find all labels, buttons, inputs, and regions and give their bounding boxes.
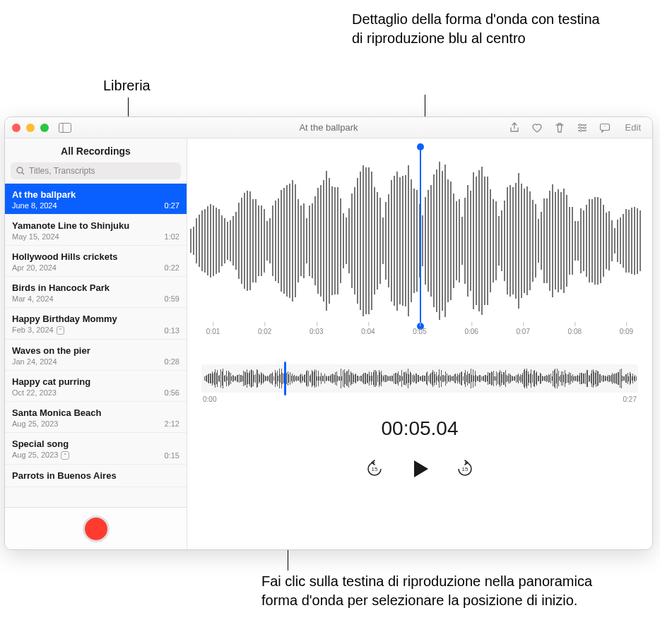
timeline-tick: 0:05 bbox=[413, 328, 426, 335]
search-placeholder: Titles, Transcripts bbox=[29, 166, 95, 176]
recording-item[interactable]: Birds in Hancock ParkMar 4, 20240:59 bbox=[5, 277, 187, 308]
sidebar-toggle-icon[interactable] bbox=[59, 123, 71, 133]
recording-meta: Jan 24, 20240:28 bbox=[12, 357, 179, 366]
playhead-overview[interactable] bbox=[284, 362, 286, 395]
sidebar-footer bbox=[5, 507, 187, 549]
settings-icon[interactable] bbox=[576, 121, 589, 134]
svg-line-8 bbox=[22, 172, 24, 174]
fullscreen-window-button[interactable] bbox=[40, 124, 49, 132]
svg-point-3 bbox=[583, 126, 585, 129]
search-icon bbox=[16, 167, 25, 175]
recording-title: At the ballpark bbox=[12, 189, 179, 200]
close-window-button[interactable] bbox=[12, 124, 20, 132]
svg-text:15: 15 bbox=[372, 466, 378, 472]
waveform-detail[interactable]: 0:010:020:030:040:050:060:070:080:09 bbox=[187, 138, 652, 350]
app-window: At the ballpark " Edit All Recordings Ti… bbox=[4, 117, 653, 550]
recording-title: Parrots in Buenos Aires bbox=[12, 470, 179, 481]
sidebar-header: All Recordings bbox=[5, 138, 187, 162]
recording-title: Happy cat purring bbox=[12, 376, 179, 387]
recording-title: Waves on the pier bbox=[12, 345, 179, 356]
svg-text:": " bbox=[604, 125, 606, 129]
timeline-ruler: 0:010:020:030:040:050:060:070:080:09 bbox=[187, 328, 652, 346]
recording-title: Happy Birthday Mommy bbox=[12, 314, 179, 324]
timeline-tick: 0:01 bbox=[206, 328, 220, 335]
transcript-icon[interactable]: " bbox=[599, 121, 611, 134]
svg-point-2 bbox=[579, 124, 581, 126]
callout-overview: Fai clic sulla testina di riproduzione n… bbox=[261, 572, 629, 610]
recording-item[interactable]: Yamanote Line to ShinjukuMay 15, 20241:0… bbox=[5, 215, 187, 246]
playhead-detail[interactable] bbox=[420, 147, 421, 326]
current-time: 00:05.04 bbox=[187, 417, 652, 440]
skip-forward-button[interactable]: 15 bbox=[456, 460, 474, 481]
svg-text:15: 15 bbox=[462, 466, 469, 472]
recording-title: Yamanote Line to Shinjuku bbox=[12, 220, 179, 231]
overview-start-time: 0:00 bbox=[203, 395, 216, 403]
share-icon[interactable] bbox=[508, 121, 521, 134]
recording-meta: June 8, 20240:27 bbox=[12, 201, 179, 210]
record-button[interactable] bbox=[83, 515, 110, 542]
recording-item[interactable]: Waves on the pierJan 24, 20240:28 bbox=[5, 340, 187, 371]
recordings-list: At the ballparkJune 8, 20240:27Yamanote … bbox=[5, 184, 187, 507]
recording-meta: Aug 25, 2023"0:15 bbox=[12, 451, 179, 460]
overview-end-time: 0:27 bbox=[623, 395, 637, 403]
trash-icon[interactable] bbox=[553, 121, 566, 134]
svg-rect-0 bbox=[59, 123, 71, 132]
svg-point-4 bbox=[579, 129, 582, 131]
skip-back-button[interactable]: 15 bbox=[365, 460, 384, 481]
play-button[interactable] bbox=[408, 457, 432, 484]
callout-library: Libreria bbox=[103, 76, 151, 95]
recording-title: Special song bbox=[12, 439, 179, 449]
recording-title: Birds in Hancock Park bbox=[12, 282, 179, 293]
recording-meta: Mar 4, 20240:59 bbox=[12, 294, 179, 303]
recording-meta: Feb 3, 2024"0:13 bbox=[12, 326, 179, 335]
recording-item[interactable]: Special songAug 25, 2023"0:15 bbox=[5, 433, 187, 465]
recording-title: Santa Monica Beach bbox=[12, 407, 179, 418]
timeline-tick: 0:07 bbox=[516, 328, 529, 335]
timeline-tick: 0:03 bbox=[310, 328, 323, 335]
titlebar: At the ballpark " Edit bbox=[5, 117, 652, 138]
window-controls bbox=[12, 124, 49, 132]
recording-item[interactable]: At the ballparkJune 8, 20240:27 bbox=[5, 184, 187, 215]
svg-point-7 bbox=[17, 167, 23, 173]
timeline-tick: 0:04 bbox=[361, 328, 375, 335]
recording-item[interactable]: Happy cat purringOct 22, 20230:56 bbox=[5, 371, 187, 402]
search-input[interactable]: Titles, Transcripts bbox=[11, 162, 181, 179]
recording-meta: Aug 25, 20232:12 bbox=[12, 419, 179, 428]
minimize-window-button[interactable] bbox=[26, 124, 35, 132]
timeline-tick: 0:08 bbox=[568, 328, 582, 335]
callout-detail: Dettaglio della forma d'onda con testina… bbox=[352, 10, 606, 48]
recording-title: Hollywood Hills crickets bbox=[12, 251, 179, 262]
recording-item[interactable]: Happy Birthday MommyFeb 3, 2024"0:13 bbox=[5, 308, 187, 340]
edit-button[interactable]: Edit bbox=[621, 121, 645, 134]
timeline-tick: 0:06 bbox=[464, 328, 478, 335]
transcript-badge-icon: " bbox=[57, 326, 64, 335]
recording-item[interactable]: Parrots in Buenos Aires bbox=[5, 465, 187, 487]
recording-item[interactable]: Santa Monica BeachAug 25, 20232:12 bbox=[5, 402, 187, 433]
recording-meta: Apr 20, 20240:22 bbox=[12, 263, 179, 272]
recording-meta: May 15, 20241:02 bbox=[12, 232, 179, 241]
sidebar: All Recordings Titles, Transcripts At th… bbox=[5, 138, 187, 549]
favorite-icon[interactable] bbox=[531, 121, 543, 134]
main-pane: 0:010:020:030:040:050:060:070:080:09 0:0… bbox=[187, 138, 652, 549]
transcript-badge-icon: " bbox=[61, 451, 69, 460]
waveform-overview[interactable] bbox=[201, 364, 638, 393]
recording-meta: Oct 22, 20230:56 bbox=[12, 388, 179, 397]
timeline-tick: 0:09 bbox=[620, 328, 633, 335]
timeline-tick: 0:02 bbox=[258, 328, 271, 335]
recording-item[interactable]: Hollywood Hills cricketsApr 20, 20240:22 bbox=[5, 246, 187, 277]
